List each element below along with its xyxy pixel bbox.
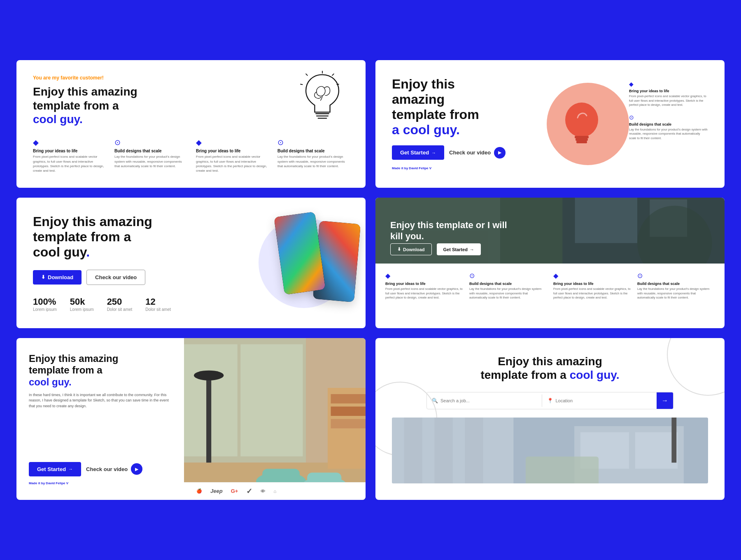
download-icon: ⬇ bbox=[41, 274, 45, 280]
arrow-right-icon: → bbox=[431, 150, 436, 155]
brain-lightbulb-icon bbox=[296, 71, 349, 124]
feature-title-3: Bring your ideas to life bbox=[196, 149, 268, 153]
svg-line-7 bbox=[301, 84, 303, 85]
feature-icon-2: ⊙ bbox=[114, 138, 186, 147]
svg-rect-31 bbox=[331, 394, 366, 404]
search-input[interactable] bbox=[440, 398, 537, 403]
svg-rect-44 bbox=[526, 457, 599, 483]
office-placeholder bbox=[392, 418, 708, 483]
hero-buttons: ⬇ Download Get Started → bbox=[390, 243, 481, 255]
card5-features-grid: ◆ Bring your ideas to life From pixel-pe… bbox=[375, 264, 725, 308]
feature-icon-3: ◆ bbox=[196, 138, 268, 147]
arrow-icon-3: → bbox=[68, 467, 73, 471]
svg-line-6 bbox=[306, 74, 308, 76]
search-input-wrap: 🔍 bbox=[427, 394, 542, 407]
search-go-button[interactable]: → bbox=[657, 392, 673, 409]
card2-check-video-button[interactable]: Check our video bbox=[86, 270, 145, 285]
stat-4: 12 Dolor sit amet bbox=[145, 296, 171, 312]
card4-features: ◆ Bring your ideas to life From pixel-pe… bbox=[629, 77, 708, 171]
feat-icon-3: ◆ bbox=[553, 272, 631, 280]
card3-image: 🍎 Jeep G+ ✓ 👁 ⌂ bbox=[184, 338, 366, 500]
card6-bottom-image bbox=[392, 418, 708, 483]
svg-rect-41 bbox=[635, 432, 678, 469]
card4-feature-icon-1: ◆ bbox=[629, 81, 708, 87]
feature-desc-1: From pixel-perfect icons and scalable ve… bbox=[33, 154, 105, 173]
card-job-search: Enjoy this amazing template from a cool … bbox=[375, 338, 725, 500]
card5-feat-3: ◆ Bring your ideas to life From pixel-pe… bbox=[553, 272, 631, 300]
card1-features: ◆ Bring your ideas to life From pixel-pe… bbox=[33, 138, 349, 173]
svg-rect-22 bbox=[240, 344, 303, 456]
feature-item-1: ◆ Bring your ideas to life From pixel-pe… bbox=[33, 138, 105, 173]
feature-title-1: Bring your ideas to life bbox=[33, 149, 105, 153]
svg-rect-36 bbox=[404, 418, 422, 483]
card1-tagline: You are my favorite customer! bbox=[33, 75, 137, 81]
card4-bulb-visual bbox=[534, 77, 629, 171]
card4-text: Enjoy this amazing template from a cool … bbox=[392, 77, 534, 171]
svg-rect-33 bbox=[331, 419, 366, 428]
search-bar: 🔍 📍 → bbox=[426, 392, 673, 409]
feature-title-4: Build designs that scale bbox=[277, 149, 349, 153]
feature-title-2: Build designs that scale bbox=[114, 149, 186, 153]
main-grid: You are my favorite customer! Enjoy this… bbox=[16, 60, 725, 500]
svg-line-4 bbox=[332, 74, 334, 76]
phone-mock-1 bbox=[274, 212, 325, 295]
svg-rect-11 bbox=[576, 141, 587, 143]
card-interior-logos: Enjoy this amazing template from a cool … bbox=[16, 338, 366, 500]
card-brain-template: You are my favorite customer! Enjoy this… bbox=[16, 60, 366, 188]
card5-get-started-button[interactable]: Get Started → bbox=[437, 243, 481, 255]
card5-feat-4: ⊙ Build designs that scale Lay the found… bbox=[637, 272, 715, 300]
card3-text: Enjoy this amazing template from a cool … bbox=[16, 338, 184, 500]
card-dark-hero: Enjoy this template or I will kill you. … bbox=[375, 198, 725, 328]
interior-placeholder bbox=[184, 338, 366, 500]
logo-github: ⌂ bbox=[273, 489, 276, 494]
download-icon-hero: ⬇ bbox=[397, 247, 401, 252]
location-input[interactable] bbox=[556, 398, 652, 403]
card3-headline: Enjoy this amazing template from a cool … bbox=[29, 353, 172, 388]
svg-rect-38 bbox=[465, 418, 483, 483]
stat-3: 250 Dolor sit amet bbox=[107, 296, 133, 312]
hero-text: Enjoy this template or I will kill you. bbox=[390, 220, 514, 242]
card3-made-by: Made it by David Felipe V bbox=[29, 481, 172, 485]
hero-banner: Enjoy this template or I will kill you. … bbox=[375, 198, 725, 264]
card3-get-started-button[interactable]: Get Started → bbox=[29, 462, 81, 476]
card4-feature-icon-2: ⊙ bbox=[629, 114, 708, 121]
phone-visual bbox=[242, 202, 366, 309]
logo-apple: 🍎 bbox=[196, 488, 202, 494]
card1-headline: Enjoy this amazing template from a cool … bbox=[33, 85, 137, 126]
stat-1: 100% Lorem ipsum bbox=[33, 296, 57, 312]
play-icon-3: ▶ bbox=[131, 463, 142, 475]
svg-rect-27 bbox=[262, 469, 300, 481]
feature-item-3: ◆ Bring your ideas to life From pixel-pe… bbox=[196, 138, 268, 173]
card5-download-button[interactable]: ⬇ Download bbox=[390, 243, 432, 255]
card2-text: Enjoy this amazingtemplate from acool gu… bbox=[33, 214, 191, 311]
feature-item-2: ⊙ Build designs that scale Lay the found… bbox=[114, 138, 186, 173]
card4-check-video-button[interactable]: Check our video ▶ bbox=[449, 147, 506, 159]
location-icon: 📍 bbox=[547, 398, 553, 404]
card6-headline: Enjoy this amazing template from a cool … bbox=[392, 355, 708, 382]
location-wrap: 📍 bbox=[542, 394, 657, 407]
svg-rect-24 bbox=[206, 375, 211, 462]
arrow-icon-hero: → bbox=[470, 247, 474, 252]
logo-nike: ✓ bbox=[246, 487, 252, 496]
red-bulb-svg bbox=[559, 97, 604, 151]
feature-desc-2: Lay the foundations for your product's d… bbox=[114, 154, 186, 168]
card-red-bulb: Enjoy this amazing template from a cool … bbox=[375, 60, 725, 188]
svg-line-5 bbox=[337, 84, 339, 85]
card3-desc: In these hard times, I think it is impor… bbox=[29, 392, 172, 409]
card4-feature-2: ⊙ Build designs that scale Lay the found… bbox=[629, 114, 708, 141]
card2-stats: 100% Lorem ipsum 50k Lorem ipsum 250 Dol… bbox=[33, 296, 191, 312]
logos-row: 🍎 Jeep G+ ✓ 👁 ⌂ bbox=[184, 482, 366, 500]
play-icon: ▶ bbox=[494, 147, 506, 159]
svg-rect-32 bbox=[331, 406, 366, 416]
card2-headline: Enjoy this amazingtemplate from acool gu… bbox=[33, 214, 191, 259]
card3-check-video-button[interactable]: Check our video ▶ bbox=[86, 463, 142, 475]
feature-desc-3: From pixel-perfect icons and scalable ve… bbox=[196, 154, 268, 173]
logo-google: G+ bbox=[231, 488, 238, 494]
logo-extra1: 👁 bbox=[261, 489, 265, 494]
svg-rect-10 bbox=[576, 138, 588, 141]
card4-feature-1: ◆ Bring your ideas to life From pixel-pe… bbox=[629, 81, 708, 107]
card4-get-started-button[interactable]: Get Started → bbox=[392, 145, 444, 160]
card4-headline: Enjoy this amazing template from a cool … bbox=[392, 77, 528, 137]
card2-download-button[interactable]: ⬇ Download bbox=[33, 270, 82, 285]
card5-feat-2: ⊙ Build designs that scale Lay the found… bbox=[469, 272, 547, 300]
